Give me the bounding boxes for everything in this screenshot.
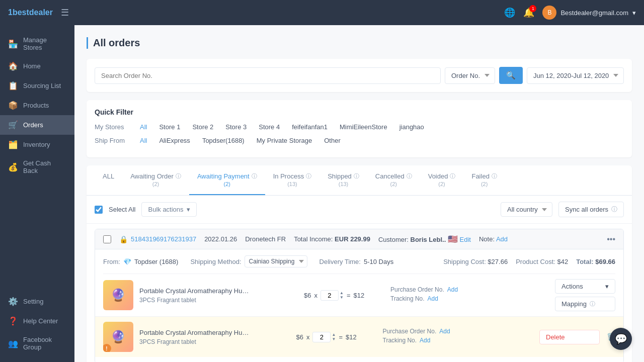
ship-from-all[interactable]: All <box>138 136 149 145</box>
mapping-button[interactable]: Mapping ⓘ <box>555 297 615 311</box>
edit-customer-link[interactable]: Edit <box>460 236 471 243</box>
quantity-input[interactable] <box>312 332 331 342</box>
ship-from-row: Ship From AllAliExpressTopdser(1688)My P… <box>95 136 624 145</box>
logo[interactable]: 1bestdealer <box>8 8 53 17</box>
search-input[interactable] <box>95 67 441 84</box>
tab-shipped[interactable]: Shipped ⓘ (13) <box>319 165 367 195</box>
store-filter-jianghao[interactable]: jianghao <box>397 122 426 132</box>
search-type-select[interactable]: Order No. <box>445 67 495 84</box>
tab-all[interactable]: ALL <box>95 165 122 195</box>
ship-from-other[interactable]: Other <box>322 136 343 145</box>
line-total: $12 <box>346 333 357 341</box>
chat-button[interactable]: 💬 <box>610 328 632 350</box>
sidebar-item-help-center[interactable]: ❓Help Center <box>0 311 74 331</box>
sidebar: 🏪Manage Stores🏠Home📋Sourcing List📦Produc… <box>0 25 74 362</box>
order-checkbox[interactable] <box>103 235 111 243</box>
shipping-method-select[interactable]: Cainiao Shipping <box>245 255 307 267</box>
qty-down-arrow[interactable]: ▼ <box>332 337 336 341</box>
date-range-select[interactable]: Jun 12, 2020-Jul 12, 2020 <box>527 67 624 84</box>
tab-cancelled[interactable]: Cancelled ⓘ (2) <box>367 165 420 195</box>
order-header: 🔒 518431969176231937 2022.01.26 Dronetec… <box>95 229 623 249</box>
from-info: From: 💎 Topdser (1688) <box>103 258 178 265</box>
sync-label: Sync all orders <box>565 206 608 213</box>
store-filter-store-4[interactable]: Store 4 <box>257 122 282 132</box>
purchase-order-add[interactable]: Add <box>447 286 458 293</box>
sidebar-item-setting[interactable]: ⚙️Setting <box>0 292 74 311</box>
sidebar-item-sourcing-list[interactable]: 📋Sourcing List <box>0 76 74 96</box>
tab-label: ALL <box>103 172 114 180</box>
tab-info-icon: ⓘ <box>354 172 359 180</box>
qty-down-arrow[interactable]: ▼ <box>340 296 344 300</box>
tab-label: Awaiting Payment <box>197 172 250 180</box>
store-filter-mimieileenstore[interactable]: MimiEileenStore <box>338 122 389 132</box>
sidebar-item-inventory[interactable]: 🗂️Inventory <box>0 135 74 154</box>
avatar: B <box>542 6 556 20</box>
purchase-order-add[interactable]: Add <box>439 328 450 335</box>
sidebar-item-label: Facebook Group <box>23 336 66 351</box>
mapping-info-icon: ⓘ <box>590 300 595 308</box>
quantity-input[interactable] <box>320 290 339 301</box>
order-income: Total Income: EUR 229.99 <box>294 235 370 243</box>
store-filter-store-3[interactable]: Store 3 <box>223 122 249 132</box>
bulk-actions-button[interactable]: Bulk actions ▾ <box>141 202 196 217</box>
tab-in-process[interactable]: In Process ⓘ (13) <box>265 165 319 195</box>
hamburger-icon[interactable]: ☰ <box>61 7 69 18</box>
add-note-link[interactable]: Add <box>496 235 508 243</box>
ship-from-topdser-1688-[interactable]: Topdser(1688) <box>200 136 247 145</box>
tab-awaiting-payment[interactable]: Awaiting Payment ⓘ (2) <box>189 165 265 195</box>
search-bar: Order No. 🔍 Jun 12, 2020-Jul 12, 2020 <box>87 59 632 92</box>
tracking-no-label: Tracking No. <box>383 337 417 344</box>
tab-failed[interactable]: Failed ⓘ (2) <box>463 165 505 195</box>
delete-button[interactable]: Delete <box>539 330 600 344</box>
store-filter-store-2[interactable]: Store 2 <box>190 122 215 132</box>
sidebar-item-get-cash-back[interactable]: 💰Get Cash Back <box>0 154 74 179</box>
order-source: Dronetech FR <box>245 235 286 243</box>
sidebar-item-label: Products <box>23 102 49 109</box>
product-thumbnail: 🔮 <box>103 280 133 310</box>
store-filter-feifeifanfan1[interactable]: feifeifanfan1 <box>290 122 330 132</box>
tab-label: Awaiting Order <box>130 172 174 180</box>
country-filter-select[interactable]: All country <box>501 202 552 217</box>
store-filter-store-1[interactable]: Store 1 <box>157 122 182 132</box>
user-menu[interactable]: B Bestdealer@gmail.com ▾ <box>542 6 636 20</box>
ship-from-my-private-storage[interactable]: My Private Storage <box>255 136 314 145</box>
sync-all-button[interactable]: Sync all orders ⓘ <box>558 202 624 217</box>
tracking-no-add[interactable]: Add <box>428 295 438 302</box>
ship-from-aliexpress[interactable]: AliExpress <box>157 136 192 145</box>
qty-up-arrow[interactable]: ▲ <box>340 291 344 295</box>
actions-section: Delete 🗑️ <box>539 330 615 344</box>
tab-info-icon: ⓘ <box>252 172 257 180</box>
get-cash-back-icon: 💰 <box>8 162 18 172</box>
sidebar-item-home[interactable]: 🏠Home <box>0 56 74 76</box>
actions-label: Actions <box>561 283 583 290</box>
sidebar-item-label: Home <box>23 62 41 70</box>
table-row: 🔒 518431969176231937 2022.01.26 Dronetec… <box>95 229 624 362</box>
actions-button[interactable]: Actions ▾ <box>555 279 615 294</box>
cost-items: Shipping Cost: $27.66 Product Cost: $42 … <box>443 258 615 265</box>
globe-icon[interactable]: 🌐 <box>504 7 515 18</box>
qty-up-arrow[interactable]: ▲ <box>332 333 336 337</box>
more-options-button[interactable]: ••• <box>607 235 615 244</box>
tab-label: Voided <box>428 172 448 180</box>
page-title: All orders <box>87 37 632 49</box>
select-all-label: Select All <box>109 206 135 213</box>
sidebar-item-orders[interactable]: 🛒Orders <box>0 115 74 135</box>
sidebar-item-facebook-group[interactable]: 👥Facebook Group <box>0 331 74 356</box>
select-all-checkbox[interactable] <box>95 206 103 214</box>
sidebar-item-label: Sourcing List <box>23 82 61 89</box>
order-total: Total: $69.66 <box>576 258 615 265</box>
search-button[interactable]: 🔍 <box>499 67 523 84</box>
order-customer: Customer: Boris Lebl.. 🇺🇸 Edit <box>378 234 471 244</box>
setting-icon: ⚙️ <box>8 297 18 306</box>
sourcing-list-icon: 📋 <box>8 81 18 90</box>
tab-awaiting-order[interactable]: Awaiting Order ⓘ (2) <box>122 165 189 195</box>
notifications-icon[interactable]: 🔔 1 <box>523 7 534 18</box>
store-filter-all[interactable]: All <box>138 122 149 132</box>
quick-filter-title: Quick Filter <box>95 108 624 116</box>
bulk-actions-chevron-icon: ▾ <box>187 206 190 213</box>
sidebar-item-manage-stores[interactable]: 🏪Manage Stores <box>0 31 74 56</box>
order-id[interactable]: 🔒 518431969176231937 <box>119 235 196 243</box>
tab-voided[interactable]: Voided ⓘ (2) <box>420 165 464 195</box>
sidebar-item-products[interactable]: 📦Products <box>0 96 74 115</box>
tracking-no-add[interactable]: Add <box>420 337 430 344</box>
